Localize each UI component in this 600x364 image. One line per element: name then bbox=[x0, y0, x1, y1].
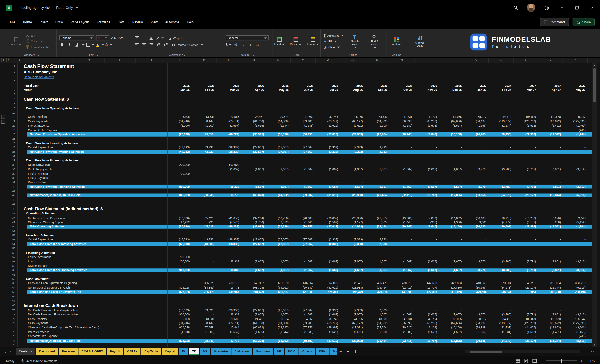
data-cell[interactable]: 2027 bbox=[563, 83, 588, 88]
data-cell[interactable]: 2027 bbox=[464, 83, 489, 88]
align-center-icon[interactable] bbox=[141, 42, 147, 47]
data-cell[interactable]: - bbox=[242, 255, 266, 259]
outline-expand-button[interactable]: + bbox=[1, 115, 5, 119]
data-cell[interactable]: (1,667) bbox=[390, 268, 415, 272]
data-cell[interactable]: (38,995) bbox=[242, 132, 266, 136]
data-cell[interactable]: - bbox=[167, 167, 192, 172]
data-cell[interactable]: May-27 bbox=[563, 88, 588, 92]
data-cell[interactable]: - bbox=[464, 255, 489, 259]
data-cell[interactable]: (3,770) bbox=[464, 312, 489, 317]
data-cell[interactable]: 303,710 bbox=[538, 290, 563, 294]
data-cell[interactable]: - bbox=[489, 163, 514, 167]
row-header-15[interactable]: 15 bbox=[9, 102, 17, 106]
row-label-cell[interactable]: Net Cash Flow from Investing Activities bbox=[17, 308, 167, 312]
data-cell[interactable]: (5,516) bbox=[563, 339, 588, 343]
row-label-cell[interactable]: Cash and Cash Equivalents Beginning bbox=[17, 281, 167, 285]
insert-cells-button[interactable]: Insert bbox=[273, 37, 286, 46]
data-cell[interactable]: - bbox=[514, 128, 538, 132]
data-cell[interactable]: - bbox=[563, 163, 588, 167]
data-cell[interactable]: 749,957 bbox=[242, 281, 266, 285]
data-cell[interactable]: (1,667) bbox=[365, 184, 390, 189]
fill-color-button[interactable] bbox=[96, 42, 104, 47]
row-header-3[interactable]: 3 bbox=[9, 75, 17, 79]
data-cell[interactable]: 34,663 bbox=[291, 317, 316, 321]
data-cell[interactable]: (1,667) bbox=[439, 312, 464, 317]
row-label-cell[interactable]: Loans bbox=[17, 259, 167, 264]
data-cell[interactable]: (1,667) bbox=[340, 184, 365, 189]
data-cell[interactable]: 23,222 bbox=[167, 220, 192, 225]
row-header-72[interactable]: 72 bbox=[9, 317, 17, 321]
data-cell[interactable]: - bbox=[340, 172, 365, 176]
data-cell[interactable]: - bbox=[538, 163, 563, 167]
data-cell[interactable]: - bbox=[489, 172, 514, 176]
column-header-P[interactable]: P bbox=[316, 58, 340, 63]
row-header-74[interactable]: 74 bbox=[9, 325, 17, 330]
data-cell[interactable]: 2026 bbox=[266, 83, 291, 88]
row-label-cell[interactable]: Interest Expense bbox=[17, 124, 167, 128]
data-cell[interactable]: (49,860) bbox=[167, 216, 192, 220]
data-cell[interactable]: (1,534) bbox=[489, 124, 514, 128]
row-label-cell[interactable]: Corporate Tax Expense bbox=[17, 334, 167, 339]
data-cell[interactable]: (1,667) bbox=[414, 312, 439, 317]
data-cell[interactable]: (88,849) bbox=[192, 285, 217, 290]
zoom-slider-thumb[interactable] bbox=[561, 359, 562, 363]
data-cell[interactable]: (1,667) bbox=[316, 268, 340, 272]
data-cell[interactable]: (1,667) bbox=[414, 259, 439, 264]
data-cell[interactable]: (1,667) bbox=[414, 184, 439, 189]
data-cell[interactable]: 2026 bbox=[340, 83, 365, 88]
data-cell[interactable]: (66,890) bbox=[390, 119, 415, 124]
data-cell[interactable]: (18,040) bbox=[414, 132, 439, 136]
data-cell[interactable]: (3,812) bbox=[563, 268, 588, 272]
outline-expand-button[interactable]: + bbox=[1, 120, 5, 124]
data-cell[interactable]: - bbox=[390, 145, 415, 150]
data-cell[interactable]: - bbox=[414, 334, 439, 339]
data-cell[interactable]: (68,328) bbox=[242, 339, 266, 343]
data-cell[interactable]: (909) bbox=[365, 220, 390, 225]
data-cell[interactable]: (31,619) bbox=[316, 193, 340, 198]
data-cell[interactable]: - bbox=[514, 176, 538, 180]
clipboard-dialog-launcher-icon[interactable] bbox=[37, 53, 39, 56]
data-cell[interactable]: (22,464) bbox=[365, 132, 390, 136]
data-cell[interactable]: (13,853) bbox=[538, 325, 563, 330]
data-cell[interactable]: 825,028 bbox=[192, 281, 217, 285]
sheet-tab-is[interactable]: IS bbox=[179, 348, 188, 355]
data-cell[interactable]: - bbox=[192, 268, 217, 272]
sheet-tab-contents[interactable]: Contents bbox=[16, 348, 35, 355]
data-cell[interactable]: (1,667) bbox=[316, 184, 340, 189]
data-cell[interactable]: - bbox=[563, 308, 588, 312]
data-cell[interactable]: - bbox=[538, 176, 563, 180]
column-header-J[interactable]: J bbox=[167, 58, 192, 63]
data-cell[interactable]: - bbox=[439, 150, 464, 154]
data-cell[interactable]: - bbox=[538, 150, 563, 154]
row-header-49[interactable]: 49 bbox=[9, 220, 17, 225]
data-cell[interactable]: (1,667) bbox=[242, 167, 266, 172]
data-cell[interactable]: - bbox=[414, 242, 439, 246]
data-cell[interactable]: 13,778 bbox=[217, 285, 242, 290]
data-cell[interactable]: - bbox=[340, 255, 365, 259]
data-cell[interactable]: - bbox=[414, 150, 439, 154]
data-cell[interactable]: (2,333) bbox=[365, 237, 390, 242]
data-cell[interactable]: (18,129) bbox=[414, 325, 439, 330]
data-cell[interactable]: 447,600 bbox=[390, 290, 415, 294]
data-cell[interactable]: - bbox=[192, 176, 217, 180]
data-cell[interactable]: (246) bbox=[563, 128, 588, 132]
data-cell[interactable]: - bbox=[192, 259, 217, 264]
data-cell[interactable]: (1,600) bbox=[365, 124, 390, 128]
data-cell[interactable]: (126,703) bbox=[514, 321, 538, 325]
align-right-icon[interactable] bbox=[149, 42, 154, 47]
data-cell[interactable]: (1,667) bbox=[316, 312, 340, 317]
data-cell[interactable]: (3,812) bbox=[563, 312, 588, 317]
title-chevron-down-icon[interactable] bbox=[76, 7, 78, 8]
row-label-cell[interactable]: Month bbox=[17, 88, 167, 92]
data-cell[interactable]: - bbox=[439, 163, 464, 167]
data-cell[interactable]: (11,542) bbox=[538, 225, 563, 229]
row-header-61[interactable]: 61 bbox=[9, 273, 17, 277]
data-cell[interactable]: Dec-26 bbox=[439, 88, 464, 92]
data-cell[interactable]: - bbox=[192, 172, 217, 176]
data-cell[interactable]: (27,667) bbox=[266, 242, 291, 246]
data-cell[interactable]: - bbox=[538, 180, 563, 184]
row-label-cell[interactable]: Cash Flow from Investing Activities bbox=[17, 141, 167, 145]
data-cell[interactable]: (59,587) bbox=[291, 285, 316, 290]
data-cell[interactable]: (65,127) bbox=[340, 321, 365, 325]
data-cell[interactable]: (38,995) bbox=[242, 225, 266, 229]
